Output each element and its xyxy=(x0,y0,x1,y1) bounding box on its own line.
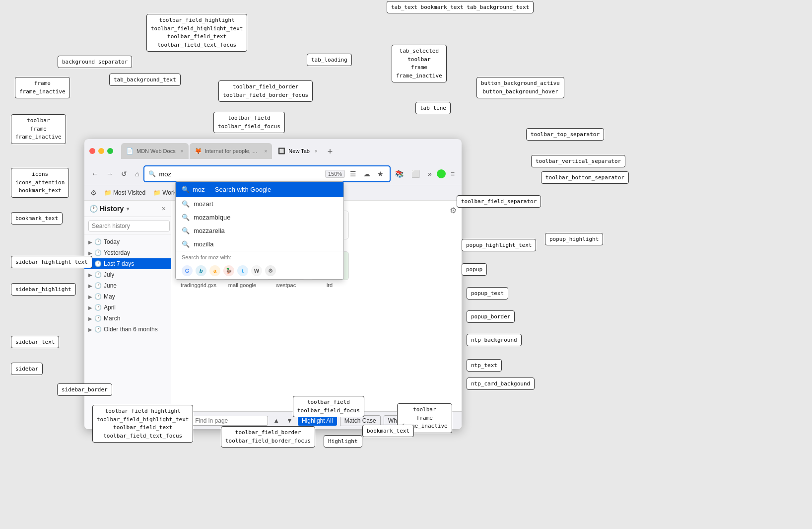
april-arrow-icon: ▶ xyxy=(88,305,92,310)
sidebar-group-march[interactable]: ▶ 🕐 March xyxy=(84,313,171,324)
westpac-label: westpac xyxy=(276,282,296,288)
annotation-ntp-background: ntp_background xyxy=(467,334,522,346)
last7-label: Last 7 days xyxy=(104,260,134,267)
july-arrow-icon: ▶ xyxy=(88,272,92,278)
autocomplete-item-mozzarella[interactable]: 🔍 mozzarella xyxy=(176,224,343,237)
home-button[interactable]: ⌂ xyxy=(132,168,142,180)
yesterday-clock-icon: 🕐 xyxy=(94,249,102,256)
older-label: Older than 6 months xyxy=(104,326,158,333)
menu-button[interactable]: ≡ xyxy=(448,168,458,180)
sidebar-group-yesterday[interactable]: ▶ 🕐 Yesterday xyxy=(84,247,171,258)
tab-3-favicon: 🔲 xyxy=(278,148,285,154)
sidebar-group-june[interactable]: ▶ 🕐 June xyxy=(84,280,171,291)
amazon-search-engine[interactable]: a xyxy=(209,265,220,276)
sidebar-close-button[interactable]: × xyxy=(162,205,166,213)
extension-indicator xyxy=(437,169,446,178)
sidebar-group-today[interactable]: ▶ 🕐 Today xyxy=(84,236,171,247)
bookmark-most-visited[interactable]: 📁 Most Visited xyxy=(102,188,148,197)
history-icon: 🕐 xyxy=(89,205,98,213)
today-label: Today xyxy=(104,238,120,245)
ntp-settings-icon[interactable]: ⚙ xyxy=(450,206,457,215)
bookmark-button[interactable]: ★ xyxy=(375,168,386,180)
autocomplete-google-icon: 🔍 xyxy=(182,186,190,193)
annotation-toolbar-field-highlight-bottom: toolbar_field_highlighttoolbar_field_hig… xyxy=(92,405,193,443)
duckduckgo-search-engine[interactable]: 🦆 xyxy=(223,265,234,276)
new-tab-button[interactable]: + xyxy=(324,147,337,157)
find-next-button[interactable]: ▼ xyxy=(284,416,295,425)
more-search-engines[interactable]: ⚙ xyxy=(265,265,276,276)
annotation-popup-highlight-text: popup_highlight_text xyxy=(462,239,536,251)
sidebar-group-last7days[interactable]: ▶ 🕐 Last 7 days xyxy=(84,258,171,269)
sidebar-group-april[interactable]: ▶ 🕐 April xyxy=(84,302,171,313)
annotation-highlight: Highlight xyxy=(324,435,362,448)
autocomplete-text-mozzarella: mozzarella xyxy=(194,227,225,234)
history-search-input[interactable] xyxy=(88,221,170,231)
sidebar-search: View ▾ xyxy=(84,217,171,235)
last7-clock-icon: 🕐 xyxy=(94,260,102,267)
annotation-toolbar-vert-sep: toolbar_vertical_separator xyxy=(531,155,625,167)
more-tools-button[interactable]: » xyxy=(425,168,435,180)
annotation-sidebar: sidebar xyxy=(11,363,43,375)
annotation-icons-left: iconsicons_attentionbookmark_text xyxy=(11,168,69,198)
bookmark-work[interactable]: 📁 Work xyxy=(151,188,179,197)
march-clock-icon: 🕐 xyxy=(94,315,102,322)
search-icon-4: 🔍 xyxy=(182,240,190,248)
june-clock-icon: 🕐 xyxy=(94,282,102,289)
synced-tabs-button[interactable]: ⬜ xyxy=(408,168,423,180)
tab-3-close[interactable]: × xyxy=(315,149,318,154)
autocomplete-header[interactable]: 🔍 moz — Search with Google xyxy=(176,182,343,197)
tab-1[interactable]: 📄 MDN Web Docs × xyxy=(121,143,189,159)
bing-search-engine[interactable]: b xyxy=(196,265,206,276)
pocket-button[interactable]: ☁ xyxy=(361,168,372,180)
tab-2-close[interactable]: × xyxy=(265,149,268,154)
find-input[interactable] xyxy=(195,417,265,424)
older-clock-icon: 🕐 xyxy=(94,326,102,333)
annotation-popup-highlight: popup_highlight xyxy=(545,233,603,245)
search-icon-1: 🔍 xyxy=(182,200,190,208)
tab-2[interactable]: 🦊 Internet for people, not profit — × xyxy=(190,143,272,159)
browser-window: 📄 MDN Web Docs × 🦊 Internet for people, … xyxy=(84,139,462,429)
annotation-tab-selected: tab_selectedtoolbarframeframe_inactive xyxy=(392,45,447,82)
sidebar-group-july[interactable]: ▶ 🕐 July xyxy=(84,269,171,280)
wikipedia-search-engine[interactable]: W xyxy=(251,265,262,276)
find-previous-button[interactable]: ▲ xyxy=(271,416,281,425)
sidebar-dropdown-icon[interactable]: ▾ xyxy=(127,206,129,212)
autocomplete-item-mozilla[interactable]: 🔍 mozilla xyxy=(176,237,343,251)
back-button[interactable]: ← xyxy=(88,168,101,180)
bookmarks-settings-icon[interactable]: ⚙ xyxy=(88,187,99,199)
today-clock-icon: 🕐 xyxy=(94,238,102,245)
address-input[interactable] xyxy=(159,170,322,178)
minimize-traffic-light[interactable] xyxy=(98,148,104,154)
annotation-toolbar-field-border-bottom: toolbar_field_bordertoolbar_field_border… xyxy=(221,426,315,448)
find-input-wrap: 🔍 xyxy=(182,416,268,426)
tab-1-label: MDN Web Docs xyxy=(136,148,176,154)
annotation-toolbar-field-border-top: toolbar_field_bordertoolbar_field_border… xyxy=(218,80,313,102)
address-bar[interactable]: 🔍 150% ☰ ☁ ★ xyxy=(144,166,390,182)
sidebar-group-older[interactable]: ▶ 🕐 Older than 6 months xyxy=(84,324,171,335)
annotation-toolbar-top-sep: toolbar_top_separator xyxy=(526,128,604,141)
search-engines: G b a 🦆 t W ⚙ xyxy=(176,263,343,279)
forward-button[interactable]: → xyxy=(103,168,116,180)
tradinggrid-label: tradinggrid.gxs xyxy=(181,282,216,288)
tab-3[interactable]: 🔲 New Tab × xyxy=(273,143,322,159)
google-search-engine[interactable]: G xyxy=(182,265,193,276)
annotation-toolbar-frame-left: toolbarframeframe_inactive xyxy=(11,114,66,144)
autocomplete-text-mozambique: mozambique xyxy=(194,214,230,221)
autocomplete-item-mozart[interactable]: 🔍 mozart xyxy=(176,197,343,211)
sidebar-group-may[interactable]: ▶ 🕐 May xyxy=(84,291,171,302)
annotation-popup-text: popup_text xyxy=(467,287,508,300)
maximize-traffic-light[interactable] xyxy=(107,148,113,154)
june-arrow-icon: ▶ xyxy=(88,283,92,289)
close-traffic-light[interactable] xyxy=(89,148,95,154)
may-arrow-icon: ▶ xyxy=(88,294,92,300)
autocomplete-item-mozambique[interactable]: 🔍 mozambique xyxy=(176,211,343,224)
gmail-label: mail.google xyxy=(228,282,256,288)
sidebar-header: 🕐 History ▾ × xyxy=(84,201,171,217)
refresh-button[interactable]: ↺ xyxy=(118,168,130,180)
twitter-search-engine[interactable]: t xyxy=(237,265,248,276)
autocomplete-header-text: moz — Search with Google xyxy=(193,186,271,193)
yesterday-label: Yesterday xyxy=(104,249,130,256)
library-button[interactable]: 📚 xyxy=(392,168,406,180)
reader-mode-button[interactable]: ☰ xyxy=(348,168,358,180)
tab-1-close[interactable]: × xyxy=(181,149,184,154)
